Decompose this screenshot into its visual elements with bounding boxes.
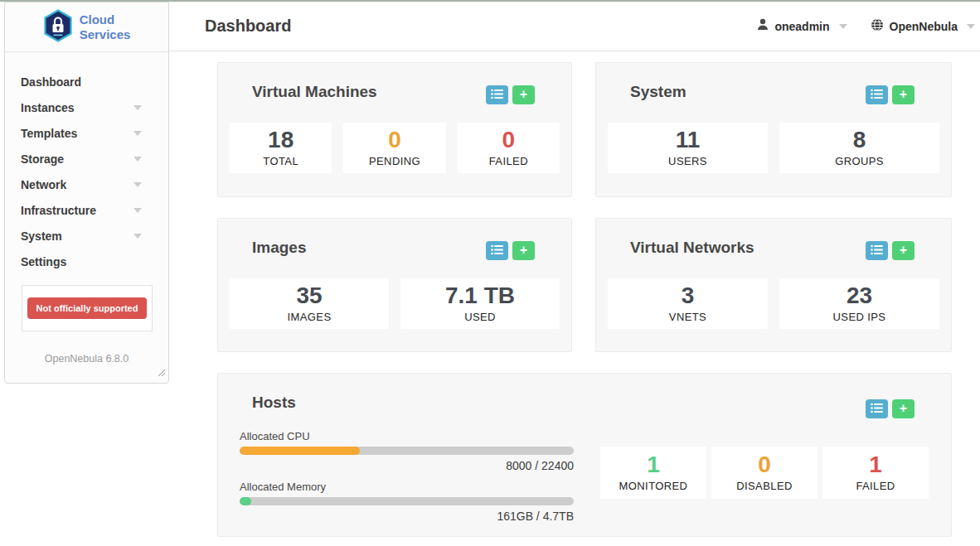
zone-menu[interactable]: OpenNebula [871, 18, 975, 35]
sidebar-item-label: Instances [21, 101, 75, 114]
sidebar-item-templates[interactable]: Templates [5, 120, 168, 146]
add-button[interactable]: + [892, 241, 915, 260]
meter-label: Allocated CPU [240, 430, 574, 442]
list-button[interactable] [866, 399, 888, 418]
card-title: System [630, 83, 686, 101]
list-icon [871, 403, 883, 416]
chevron-down-icon [133, 234, 142, 239]
topbar-right: oneadmin OpenNebula [757, 18, 975, 35]
card-header: System + [596, 63, 951, 104]
sidebar-item-settings[interactable]: Settings [5, 249, 168, 274]
list-button[interactable] [866, 85, 888, 104]
chevron-down-icon [133, 182, 142, 187]
version-text: OpenNebula 6.8.0 [5, 353, 168, 365]
resize-handle[interactable] [158, 365, 166, 380]
meter-value: 8000 / 22400 [240, 459, 574, 472]
list-icon [491, 244, 503, 258]
add-button[interactable]: + [512, 85, 535, 104]
stat-box-pending[interactable]: 0 PENDING [343, 123, 445, 173]
card-title: Virtual Machines [252, 83, 377, 101]
sidebar-item-network[interactable]: Network [5, 172, 168, 197]
virtual-networks-card: Virtual Networks + 3 VNETS 23 USED IPS [595, 218, 952, 352]
list-icon [491, 89, 503, 102]
stat-label: IMAGES [288, 311, 332, 323]
stat-box-users[interactable]: 11 USERS [608, 123, 768, 173]
stat-label: PENDING [369, 155, 420, 167]
stat-box-images[interactable]: 35 IMAGES [230, 278, 389, 329]
stat-value: 23 [847, 284, 872, 307]
sidebar-item-label: Settings [21, 255, 66, 268]
sidebar-item-label: Infrastructure [21, 204, 96, 217]
allocated-memory-meter-fill [240, 497, 251, 505]
chevron-down-icon [839, 24, 847, 29]
stat-box-disabled[interactable]: 0 DISABLED [711, 447, 817, 499]
stat-value: 0 [758, 453, 771, 476]
card-title: Hosts [252, 394, 296, 412]
stat-label: FAILED [489, 155, 528, 167]
sidebar-item-storage[interactable]: Storage [5, 146, 168, 172]
add-button[interactable]: + [892, 399, 915, 418]
sidebar-item-label: Templates [21, 127, 77, 140]
list-button[interactable] [486, 241, 508, 260]
stat-box-failed[interactable]: 0 FAILED [458, 123, 560, 173]
card-title: Virtual Networks [630, 239, 754, 257]
add-button[interactable]: + [512, 241, 535, 260]
card-actions: + [866, 85, 915, 104]
card-actions: + [866, 399, 915, 418]
stat-box-vnets[interactable]: 3 VNETS [608, 278, 768, 329]
topbar: Dashboard oneadmin [169, 2, 980, 51]
allocated-memory-meter [240, 497, 574, 505]
stat-value: 7.1 TB [445, 284, 515, 307]
list-button[interactable] [866, 241, 888, 260]
logo-area[interactable]: Cloud Services [5, 2, 168, 52]
allocated-cpu-meter-fill [240, 447, 360, 455]
stat-label: FAILED [856, 480, 895, 492]
stat-value: 18 [268, 128, 294, 152]
stat-label: USERS [668, 155, 707, 167]
stat-box-monitored[interactable]: 1 MONITORED [600, 447, 706, 499]
list-icon [871, 244, 883, 258]
stat-value: 1 [869, 453, 882, 476]
hosts-card: Hosts + Allocated CPU 8000 / 22400 Alloc… [217, 373, 952, 537]
sidebar-item-instances[interactable]: Instances [5, 94, 168, 120]
host-stats-row: 1 MONITORED 0 DISABLED 1 FAILED [600, 447, 929, 499]
card-header: Hosts + [218, 374, 951, 418]
sidebar-item-dashboard[interactable]: Dashboard [5, 69, 168, 94]
host-meters: Allocated CPU 8000 / 22400 Allocated Mem… [240, 430, 574, 531]
virtual-machines-card: Virtual Machines + 18 TOTAL 0 PENDING [217, 62, 572, 197]
stat-box-used[interactable]: 7.1 TB USED [400, 278, 560, 329]
stat-box-used-ips[interactable]: 23 USED IPS [779, 278, 939, 329]
user-menu[interactable]: oneadmin [757, 18, 847, 34]
allocated-cpu-meter [240, 447, 574, 455]
stat-value: 0 [388, 128, 401, 152]
globe-icon [871, 18, 884, 35]
stat-box-failed[interactable]: 1 FAILED [822, 447, 929, 499]
sidebar-item-label: Dashboard [21, 75, 81, 89]
stat-label: MONITORED [619, 480, 688, 492]
sidebar-item-system[interactable]: System [5, 223, 168, 249]
stat-box-total[interactable]: 18 TOTAL [230, 123, 332, 173]
add-button[interactable]: + [892, 85, 915, 104]
not-officially-supported-button[interactable]: Not officially supported [27, 297, 148, 319]
stat-box-groups[interactable]: 8 GROUPS [779, 123, 939, 173]
card-header: Virtual Networks + [596, 219, 951, 260]
system-card: System + 11 USERS 8 GROUPS [595, 62, 952, 197]
stat-label: GROUPS [835, 155, 884, 167]
chevron-down-icon [133, 208, 142, 213]
sidebar-item-infrastructure[interactable]: Infrastructure [5, 197, 168, 223]
stat-label: VNETS [669, 311, 706, 323]
card-actions: + [486, 85, 535, 104]
chevron-down-icon [133, 131, 142, 136]
card-header: Images + [218, 219, 571, 260]
card-header: Virtual Machines + [218, 63, 571, 104]
meter-value: 161GB / 4.7TB [240, 510, 574, 523]
brand-line2: Services [80, 27, 131, 41]
stat-row: 3 VNETS 23 USED IPS [608, 278, 939, 329]
sidebar-menu: Dashboard Instances Templates Storage Ne… [5, 52, 168, 274]
list-button[interactable] [486, 85, 508, 104]
chevron-down-icon [133, 105, 142, 110]
stat-row: 11 USERS 8 GROUPS [608, 123, 939, 173]
sidebar: Cloud Services Dashboard Instances Templ… [4, 2, 169, 384]
stat-value: 3 [682, 284, 695, 307]
user-icon [757, 18, 769, 34]
